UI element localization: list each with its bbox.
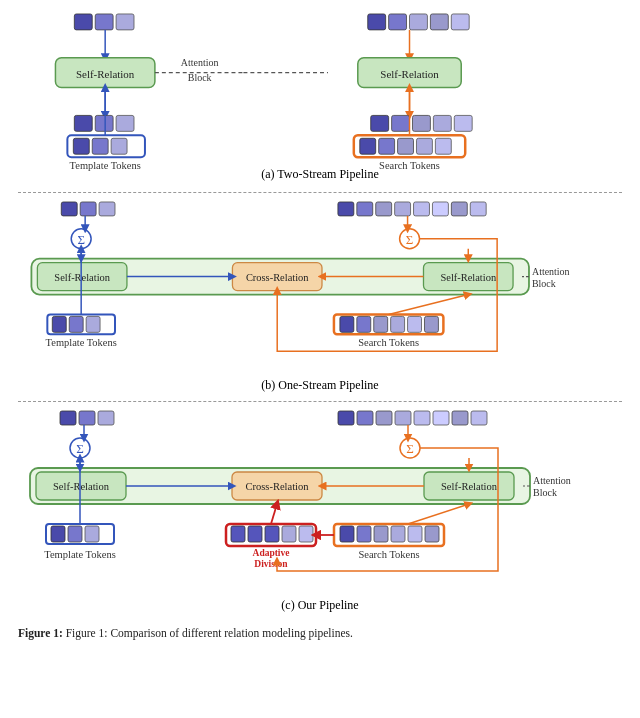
svg-rect-45 (338, 202, 354, 216)
svg-text:Self-Relation: Self-Relation (76, 68, 135, 80)
svg-text:Template Tokens: Template Tokens (44, 549, 116, 560)
svg-rect-123 (248, 526, 262, 542)
svg-text:Attention: Attention (533, 475, 571, 486)
svg-text:Self-Relation: Self-Relation (54, 272, 110, 283)
svg-rect-81 (391, 316, 405, 332)
svg-rect-71 (47, 314, 115, 334)
svg-rect-91 (376, 411, 392, 425)
svg-rect-23 (430, 14, 448, 30)
svg-rect-21 (389, 14, 407, 30)
svg-rect-93 (414, 411, 430, 425)
svg-rect-0 (74, 14, 92, 30)
svg-rect-10 (67, 135, 145, 157)
section-c: Σ Σ Self-Relation Cross-Relation Self-Re… (18, 406, 622, 621)
svg-rect-30 (392, 115, 410, 131)
svg-point-53 (71, 229, 91, 249)
svg-rect-7 (74, 115, 92, 131)
svg-rect-92 (395, 411, 411, 425)
svg-rect-78 (340, 316, 354, 332)
svg-rect-118 (85, 526, 99, 542)
svg-text:Attention: Attention (181, 57, 219, 68)
svg-text:Σ: Σ (406, 441, 414, 456)
svg-rect-77 (334, 314, 443, 334)
svg-rect-89 (338, 411, 354, 425)
svg-rect-83 (424, 316, 438, 332)
svg-rect-24 (451, 14, 469, 30)
svg-rect-4 (55, 58, 154, 88)
svg-rect-13 (111, 138, 127, 154)
caption: Figure 1: Figure 1: Comparison of differ… (18, 625, 622, 641)
section-b: Σ Σ Self-Relation Cross-Relation Self-Re… (18, 197, 622, 402)
svg-rect-117 (68, 526, 82, 542)
svg-rect-126 (299, 526, 313, 542)
svg-rect-108 (424, 472, 514, 500)
svg-text:Self-Relation: Self-Relation (53, 481, 110, 492)
svg-rect-87 (79, 411, 95, 425)
svg-rect-8 (95, 115, 113, 131)
svg-rect-29 (371, 115, 389, 131)
svg-rect-38 (416, 138, 432, 154)
svg-text:Template Tokens: Template Tokens (46, 337, 117, 348)
svg-text:Cross-Relation: Cross-Relation (246, 481, 310, 492)
svg-text:Cross-Relation: Cross-Relation (246, 272, 309, 283)
svg-rect-129 (334, 524, 444, 546)
section-a: Self-Relation Template Tokens Attention … (18, 8, 622, 193)
svg-text:Self-Relation: Self-Relation (441, 481, 498, 492)
svg-rect-131 (357, 526, 371, 542)
svg-rect-1 (95, 14, 113, 30)
svg-rect-82 (408, 316, 422, 332)
page: Self-Relation Template Tokens Attention … (0, 0, 640, 718)
svg-text:Adaptive: Adaptive (253, 548, 290, 558)
svg-rect-44 (99, 202, 115, 216)
svg-line-85 (389, 295, 469, 315)
svg-rect-20 (368, 14, 386, 30)
svg-rect-9 (116, 115, 134, 131)
svg-rect-90 (357, 411, 373, 425)
svg-rect-51 (451, 202, 467, 216)
svg-line-137 (408, 504, 469, 524)
svg-rect-125 (282, 526, 296, 542)
svg-rect-46 (357, 202, 373, 216)
svg-rect-104 (36, 472, 126, 500)
svg-rect-134 (408, 526, 422, 542)
svg-rect-32 (433, 115, 451, 131)
svg-rect-2 (116, 14, 134, 30)
svg-rect-95 (452, 411, 468, 425)
svg-point-99 (400, 438, 420, 458)
svg-point-55 (400, 229, 420, 249)
svg-rect-74 (86, 316, 100, 332)
svg-rect-106 (232, 472, 322, 500)
svg-rect-31 (412, 115, 430, 131)
svg-text:Self-Relation: Self-Relation (380, 68, 439, 80)
svg-rect-64 (423, 263, 513, 291)
svg-rect-115 (46, 524, 114, 544)
svg-rect-116 (51, 526, 65, 542)
svg-rect-43 (80, 202, 96, 216)
svg-text:Block: Block (533, 487, 557, 498)
svg-rect-37 (398, 138, 414, 154)
svg-rect-73 (69, 316, 83, 332)
svg-rect-80 (374, 316, 388, 332)
svg-rect-36 (379, 138, 395, 154)
svg-rect-49 (414, 202, 430, 216)
svg-text:Self-Relation: Self-Relation (440, 272, 496, 283)
svg-rect-59 (31, 259, 529, 295)
svg-text:Search Tokens: Search Tokens (358, 549, 419, 560)
svg-rect-50 (432, 202, 448, 216)
svg-rect-121 (226, 524, 316, 546)
svg-rect-35 (360, 138, 376, 154)
svg-text:Σ: Σ (76, 441, 84, 456)
svg-text:Block: Block (188, 72, 212, 83)
svg-rect-130 (340, 526, 354, 542)
svg-text:Σ: Σ (77, 232, 85, 247)
svg-rect-79 (357, 316, 371, 332)
svg-rect-11 (73, 138, 89, 154)
svg-text:Search Tokens: Search Tokens (358, 337, 419, 348)
svg-rect-96 (471, 411, 487, 425)
svg-rect-12 (92, 138, 108, 154)
svg-text:Block: Block (532, 278, 556, 289)
svg-rect-103 (30, 468, 530, 504)
section-c-title: (c) Our Pipeline (18, 598, 622, 613)
svg-rect-86 (60, 411, 76, 425)
svg-rect-52 (470, 202, 486, 216)
